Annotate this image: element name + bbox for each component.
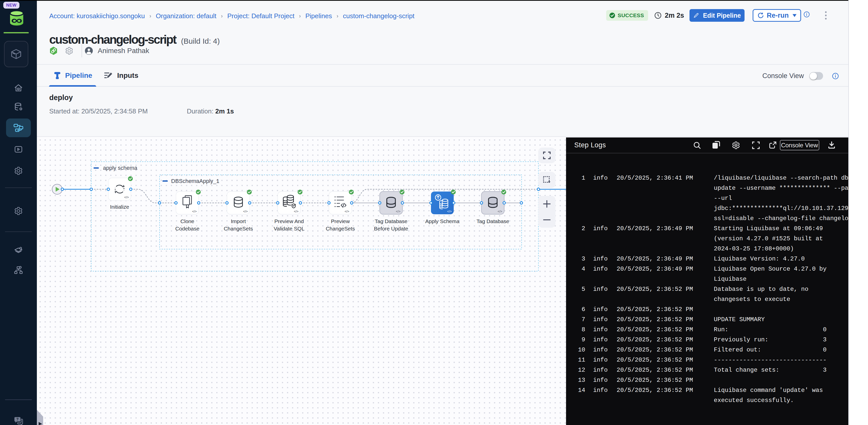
svg-text:</>: </> [498,210,502,213]
svg-text:Import: Import [231,218,246,224]
svg-text:</>: </> [345,210,349,213]
svg-text:Initialize: Initialize [110,204,129,210]
svg-text:</>: </> [124,196,129,199]
svg-text:Before Update: Before Update [374,226,408,231]
svg-text:</>: </> [396,210,400,213]
svg-text:</>: </> [294,210,299,213]
svg-text:Clone: Clone [181,218,194,224]
svg-text:DBSchemaApply_1: DBSchemaApply_1 [171,178,219,184]
svg-text:ChangeSets: ChangeSets [224,226,253,231]
svg-text:?: ? [16,417,19,421]
svg-text:∞: ∞ [11,14,23,26]
svg-text:apply schema: apply schema [103,165,137,171]
svg-text:</>: </> [243,210,248,213]
svg-text:ChangeSets: ChangeSets [326,226,355,231]
svg-text:Apply Schema: Apply Schema [425,218,460,224]
svg-text:Tag Database: Tag Database [375,218,407,224]
svg-text:</>: </> [447,210,452,213]
svg-text:Preview: Preview [331,218,350,224]
svg-text:Validate SQL: Validate SQL [274,226,305,231]
svg-text:Codebase: Codebase [175,226,199,231]
svg-text:Tag Database: Tag Database [476,218,509,224]
svg-text:Preview And: Preview And [274,218,304,224]
svg-text:</>: </> [192,210,197,213]
